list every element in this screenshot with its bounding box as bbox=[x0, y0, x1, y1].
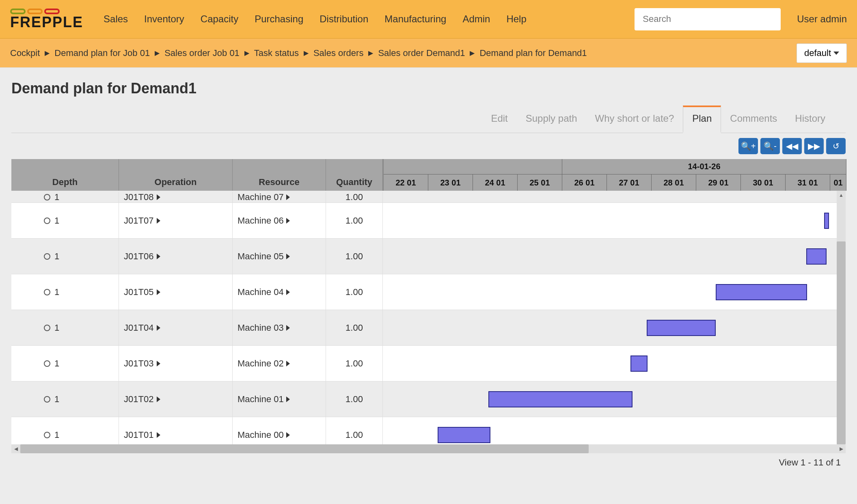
scenario-dropdown[interactable]: default bbox=[797, 43, 847, 63]
drill-icon[interactable] bbox=[157, 396, 160, 402]
tab-plan[interactable]: Plan bbox=[683, 106, 721, 133]
col-header-depth[interactable]: Depth bbox=[11, 159, 119, 191]
gantt-bar[interactable] bbox=[438, 427, 490, 443]
cell-resource[interactable]: Machine 06 bbox=[233, 203, 326, 238]
gantt-bar[interactable] bbox=[824, 213, 829, 229]
drill-icon[interactable] bbox=[157, 194, 160, 200]
drill-icon[interactable] bbox=[286, 289, 290, 295]
rewind-button[interactable]: ◀◀ bbox=[782, 138, 802, 154]
drill-icon[interactable] bbox=[286, 396, 290, 402]
gantt-bar[interactable] bbox=[806, 248, 827, 265]
breadcrumb-sep-icon: ▶ bbox=[470, 49, 475, 57]
drill-icon[interactable] bbox=[286, 218, 290, 224]
zoom-in-button[interactable]: 🔍+ bbox=[738, 138, 758, 154]
search-input[interactable] bbox=[635, 8, 781, 30]
cell-operation[interactable]: J01T03 bbox=[119, 346, 233, 381]
crumb-3[interactable]: Task status bbox=[254, 48, 299, 58]
gantt-bar[interactable] bbox=[716, 284, 807, 300]
nav-distribution[interactable]: Distribution bbox=[319, 13, 368, 25]
cell-operation[interactable]: J01T01 bbox=[119, 417, 233, 444]
table-row[interactable]: 1J01T08Machine 071.00 bbox=[11, 191, 846, 203]
crumb-4[interactable]: Sales orders bbox=[313, 48, 364, 58]
table-row[interactable]: 1J01T05Machine 041.00 bbox=[11, 274, 846, 310]
drill-icon[interactable] bbox=[286, 194, 290, 200]
table-row[interactable]: 1J01T02Machine 011.00 bbox=[11, 381, 846, 417]
cell-operation[interactable]: J01T04 bbox=[119, 310, 233, 345]
scroll-up-icon[interactable]: ▲ bbox=[837, 191, 846, 200]
table-row[interactable]: 1J01T07Machine 061.00 bbox=[11, 203, 846, 239]
depth-value: 1 bbox=[54, 215, 59, 226]
row-radio-icon[interactable] bbox=[44, 194, 50, 200]
horizontal-scroll-thumb[interactable] bbox=[20, 444, 589, 453]
row-radio-icon[interactable] bbox=[44, 253, 50, 260]
row-radio-icon[interactable] bbox=[44, 325, 50, 331]
cell-resource[interactable]: Machine 05 bbox=[233, 239, 326, 274]
nav-sales[interactable]: Sales bbox=[104, 13, 128, 25]
col-header-quantity[interactable]: Quantity bbox=[326, 159, 383, 191]
drill-icon[interactable] bbox=[286, 325, 290, 331]
drill-icon[interactable] bbox=[157, 254, 160, 259]
scroll-right-icon[interactable]: ▶ bbox=[837, 444, 846, 453]
gantt-bar[interactable] bbox=[488, 391, 632, 407]
drill-icon[interactable] bbox=[157, 361, 160, 366]
gantt-bar[interactable] bbox=[630, 355, 648, 372]
drill-icon[interactable] bbox=[157, 289, 160, 295]
nav-help[interactable]: Help bbox=[506, 13, 526, 25]
zoom-out-button[interactable]: 🔍- bbox=[760, 138, 780, 154]
crumb-2[interactable]: Sales order Job 01 bbox=[164, 48, 240, 58]
table-row[interactable]: 1J01T01Machine 001.00 bbox=[11, 417, 846, 444]
drill-icon[interactable] bbox=[157, 432, 160, 438]
cell-resource[interactable]: Machine 07 bbox=[233, 192, 326, 202]
tab-comments[interactable]: Comments bbox=[721, 106, 786, 133]
col-header-resource[interactable]: Resource bbox=[233, 159, 326, 191]
crumb-1[interactable]: Demand plan for Job 01 bbox=[54, 48, 150, 58]
nav-manufacturing[interactable]: Manufacturing bbox=[384, 13, 446, 25]
col-header-operation[interactable]: Operation bbox=[119, 159, 233, 191]
table-row[interactable]: 1J01T06Machine 051.00 bbox=[11, 239, 846, 274]
user-menu[interactable]: User admin bbox=[797, 13, 847, 25]
table-row[interactable]: 1J01T03Machine 021.00 bbox=[11, 346, 846, 381]
tab-edit[interactable]: Edit bbox=[482, 106, 516, 133]
row-radio-icon[interactable] bbox=[44, 432, 50, 438]
row-radio-icon[interactable] bbox=[44, 396, 50, 403]
nav-admin[interactable]: Admin bbox=[462, 13, 490, 25]
logo[interactable]: FREPPLE bbox=[10, 9, 83, 30]
vertical-scroll-thumb[interactable] bbox=[837, 241, 846, 444]
drill-icon[interactable] bbox=[286, 361, 290, 366]
gantt-bar[interactable] bbox=[647, 320, 716, 336]
cell-operation[interactable]: J01T02 bbox=[119, 381, 233, 417]
horizontal-scrollbar[interactable]: ◀ ▶ bbox=[11, 444, 846, 453]
cell-quantity: 1.00 bbox=[326, 239, 383, 274]
row-radio-icon[interactable] bbox=[44, 218, 50, 224]
drill-icon[interactable] bbox=[286, 254, 290, 259]
cell-operation[interactable]: J01T07 bbox=[119, 203, 233, 238]
crumb-cockpit[interactable]: Cockpit bbox=[10, 48, 40, 58]
cell-resource[interactable]: Machine 00 bbox=[233, 417, 326, 444]
cell-resource[interactable]: Machine 01 bbox=[233, 381, 326, 417]
forward-button[interactable]: ▶▶ bbox=[804, 138, 824, 154]
tab-supply-path[interactable]: Supply path bbox=[517, 106, 586, 133]
cell-resource[interactable]: Machine 03 bbox=[233, 310, 326, 345]
row-radio-icon[interactable] bbox=[44, 360, 50, 367]
row-radio-icon[interactable] bbox=[44, 289, 50, 295]
scroll-left-icon[interactable]: ◀ bbox=[11, 444, 20, 453]
cell-operation[interactable]: J01T08 bbox=[119, 192, 233, 202]
tab-why-short[interactable]: Why short or late? bbox=[586, 106, 683, 133]
vertical-scrollbar[interactable]: ▲ bbox=[837, 191, 846, 444]
crumb-5[interactable]: Sales order Demand1 bbox=[378, 48, 465, 58]
nav-purchasing[interactable]: Purchasing bbox=[255, 13, 303, 25]
pill-orange-icon bbox=[27, 9, 43, 14]
table-row[interactable]: 1J01T04Machine 031.00 bbox=[11, 310, 846, 346]
cell-resource[interactable]: Machine 04 bbox=[233, 274, 326, 310]
drill-icon[interactable] bbox=[157, 325, 160, 331]
drill-icon[interactable] bbox=[286, 432, 290, 438]
cell-resource[interactable]: Machine 02 bbox=[233, 346, 326, 381]
nav-capacity[interactable]: Capacity bbox=[201, 13, 238, 25]
drill-icon[interactable] bbox=[157, 218, 160, 224]
crumb-6[interactable]: Demand plan for Demand1 bbox=[479, 48, 587, 58]
cell-operation[interactable]: J01T05 bbox=[119, 274, 233, 310]
tab-history[interactable]: History bbox=[786, 106, 834, 133]
cell-operation[interactable]: J01T06 bbox=[119, 239, 233, 274]
reset-button[interactable]: ↺ bbox=[826, 138, 846, 154]
nav-inventory[interactable]: Inventory bbox=[144, 13, 184, 25]
